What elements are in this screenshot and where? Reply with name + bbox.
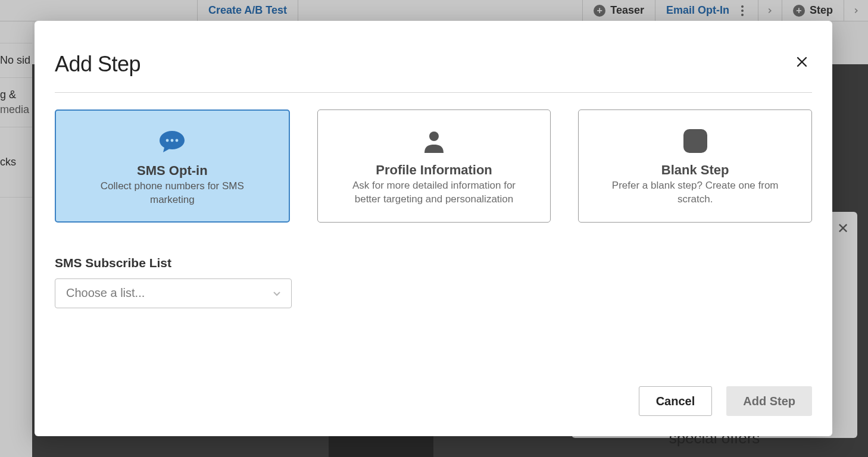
svg-point-3 [171,139,174,142]
card-sms-opt-in[interactable]: SMS Opt-in Collect phone numbers for SMS… [55,109,290,223]
add-step-modal: Add Step SMS Opt-in Collect phone number… [35,21,832,436]
add-step-button[interactable]: Add Step [726,386,812,416]
cancel-button[interactable]: Cancel [639,386,713,416]
step-type-cards: SMS Opt-in Collect phone numbers for SMS… [55,109,812,223]
card-blank-step[interactable]: Blank Step Prefer a blank step? Create o… [578,109,812,223]
card-title: SMS Opt-in [137,163,208,179]
chat-bubble-icon [158,127,186,156]
modal-header: Add Step [55,52,812,77]
card-title: Profile Information [376,162,492,178]
modal-footer: Cancel Add Step [55,386,812,416]
svg-point-4 [176,139,179,142]
select-placeholder: Choose a list... [66,286,145,300]
svg-point-5 [429,132,439,141]
sms-subscribe-section: SMS Subscribe List Choose a list... [55,256,812,308]
card-profile-information[interactable]: Profile Information Ask for more detaile… [317,109,551,223]
svg-point-2 [166,139,169,142]
svg-rect-6 [683,129,707,153]
card-title: Blank Step [661,162,729,178]
card-description: Ask for more detailed information for be… [339,179,529,206]
close-button[interactable] [792,52,812,72]
sms-subscribe-list-select[interactable]: Choose a list... [55,278,292,308]
card-description: Prefer a blank step? Create one from scr… [600,179,791,206]
card-description: Collect phone numbers for SMS marketing [77,180,267,207]
user-icon [422,127,446,155]
field-label: SMS Subscribe List [55,256,812,270]
divider [55,92,812,93]
modal-title: Add Step [55,52,140,77]
close-icon [795,55,809,69]
chevron-down-icon [273,289,280,298]
square-icon [682,127,708,155]
